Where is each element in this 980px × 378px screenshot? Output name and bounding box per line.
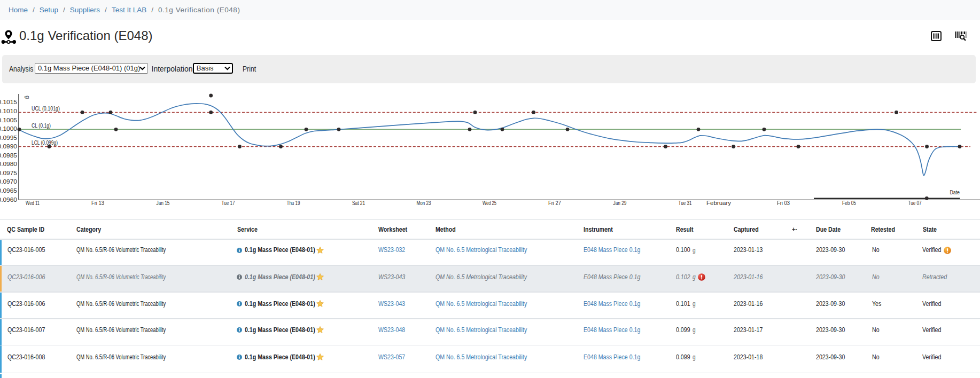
svg-text:LCL (0.099g): LCL (0.099g) — [32, 139, 58, 146]
svg-text:0.0965: 0.0965 — [0, 187, 17, 194]
svg-text:g: g — [25, 96, 31, 99]
svg-text:Sat 21: Sat 21 — [352, 200, 365, 206]
svg-text:Date: Date — [950, 189, 960, 195]
svg-text:0.1000: 0.1000 — [0, 125, 17, 132]
svg-text:Tue 31: Tue 31 — [679, 200, 692, 206]
svg-text:0.0990: 0.0990 — [0, 143, 17, 149]
svg-text:CL (0.1g): CL (0.1g) — [32, 122, 51, 129]
svg-text:0.0980: 0.0980 — [0, 161, 17, 167]
svg-text:February: February — [706, 200, 732, 206]
svg-text:Wed 25: Wed 25 — [483, 200, 496, 206]
svg-text:Thu 19: Thu 19 — [287, 200, 300, 206]
svg-text:Mon 23: Mon 23 — [417, 200, 431, 206]
svg-text:Tue 17: Tue 17 — [222, 200, 235, 206]
svg-text:Jan 29: Jan 29 — [613, 200, 627, 206]
svg-text:UCL (0.101g): UCL (0.101g) — [32, 105, 60, 112]
svg-text:0.0960: 0.0960 — [0, 196, 17, 203]
svg-text:0.1005: 0.1005 — [0, 117, 17, 123]
svg-text:Fri 13: Fri 13 — [91, 200, 104, 206]
svg-text:Fri 27: Fri 27 — [548, 200, 561, 206]
svg-text:Jan 15: Jan 15 — [157, 200, 170, 206]
svg-text:Wed 11: Wed 11 — [26, 200, 40, 206]
svg-text:Feb 05: Feb 05 — [842, 200, 856, 206]
svg-text:0.1010: 0.1010 — [0, 108, 17, 114]
svg-text:0.0975: 0.0975 — [0, 170, 17, 176]
svg-text:0.0985: 0.0985 — [0, 152, 17, 159]
svg-text:Tue 07: Tue 07 — [908, 200, 922, 206]
svg-text:0.0970: 0.0970 — [0, 178, 17, 185]
svg-text:Fri 03: Fri 03 — [777, 200, 790, 206]
svg-text:0.0995: 0.0995 — [0, 135, 17, 141]
svg-text:0.1015: 0.1015 — [0, 99, 17, 105]
